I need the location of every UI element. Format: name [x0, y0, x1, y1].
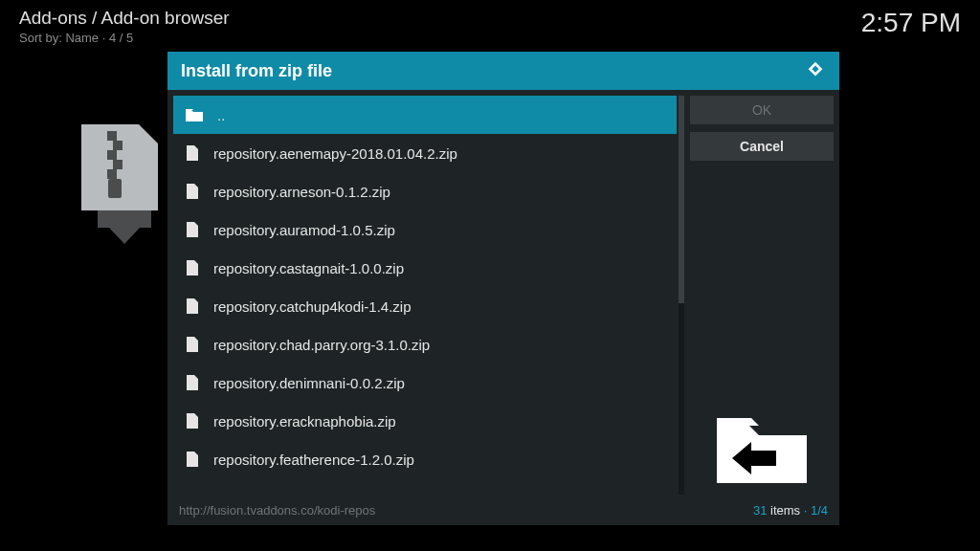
- svg-rect-1: [113, 141, 122, 150]
- file-icon: [185, 412, 200, 430]
- current-path: http://fusion.tvaddons.co/kodi-repos: [179, 503, 375, 518]
- file-icon: [185, 259, 200, 276]
- parent-folder-icon: [690, 405, 834, 491]
- file-row[interactable]: repository.chad.parry.org-3.1.0.zip: [173, 325, 677, 364]
- cancel-button[interactable]: Cancel: [690, 132, 834, 161]
- svg-rect-3: [113, 160, 122, 169]
- svg-rect-0: [107, 131, 117, 141]
- file-label: repository.eracknaphobia.zip: [213, 413, 396, 430]
- file-row[interactable]: repository.eracknaphobia.zip: [173, 402, 677, 440]
- file-icon: [185, 183, 200, 200]
- zip-install-icon: [77, 120, 172, 248]
- page-header: Add-ons / Add-on browser Sort by: Name ·…: [19, 8, 230, 45]
- file-label: repository.auramod-1.0.5.zip: [213, 222, 395, 238]
- file-icon: [185, 336, 200, 353]
- file-row[interactable]: repository.catchup4kodi-1.4.zip: [173, 287, 677, 325]
- svg-rect-2: [107, 150, 117, 160]
- file-row[interactable]: repository.aenemapy-2018.01.04.2.zip: [173, 134, 677, 172]
- file-label: repository.catchup4kodi-1.4.zip: [213, 298, 412, 315]
- file-label: repository.castagnait-1.0.0.zip: [213, 260, 404, 276]
- dialog-header: Install from zip file: [167, 52, 839, 90]
- file-label: repository.denimnani-0.0.2.zip: [213, 375, 405, 391]
- file-row[interactable]: repository.auramod-1.0.5.zip: [173, 210, 677, 249]
- file-icon: [185, 144, 200, 162]
- svg-rect-4: [107, 169, 117, 179]
- file-list: .. repository.aenemapy-2018.01.04.2.zip …: [173, 96, 677, 495]
- file-label: repository.arneson-0.1.2.zip: [213, 184, 390, 200]
- file-label: repository.featherence-1.2.0.zip: [213, 452, 414, 468]
- folder-up-icon: [185, 107, 204, 122]
- parent-folder-row[interactable]: ..: [173, 96, 677, 134]
- breadcrumb: Add-ons / Add-on browser: [19, 8, 230, 29]
- kodi-logo-icon: [805, 60, 826, 81]
- scrollbar[interactable]: [679, 96, 684, 495]
- sort-indicator: Sort by: Name · 4 / 5: [19, 31, 230, 45]
- install-zip-dialog: Install from zip file .. repository.aene…: [167, 52, 839, 525]
- file-icon: [185, 221, 200, 238]
- dialog-title: Install from zip file: [181, 61, 332, 81]
- file-row[interactable]: repository.castagnait-1.0.0.zip: [173, 249, 677, 287]
- file-icon: [185, 298, 200, 315]
- file-row[interactable]: repository.denimnani-0.0.2.zip: [173, 364, 677, 402]
- file-label: repository.chad.parry.org-3.1.0.zip: [213, 337, 430, 353]
- file-label: repository.aenemapy-2018.01.04.2.zip: [213, 145, 457, 162]
- file-icon: [185, 374, 200, 391]
- scroll-thumb[interactable]: [679, 96, 684, 303]
- file-label: ..: [217, 107, 225, 123]
- svg-rect-5: [108, 179, 122, 198]
- file-row[interactable]: repository.arneson-0.1.2.zip: [173, 172, 677, 210]
- file-icon: [185, 451, 200, 468]
- ok-button[interactable]: OK: [690, 96, 834, 124]
- dialog-footer: http://fusion.tvaddons.co/kodi-repos 31 …: [167, 495, 839, 525]
- file-row[interactable]: repository.featherence-1.2.0.zip: [173, 440, 677, 478]
- clock: 2:57 PM: [861, 8, 961, 38]
- item-count: 31 items · 1/4: [753, 503, 828, 518]
